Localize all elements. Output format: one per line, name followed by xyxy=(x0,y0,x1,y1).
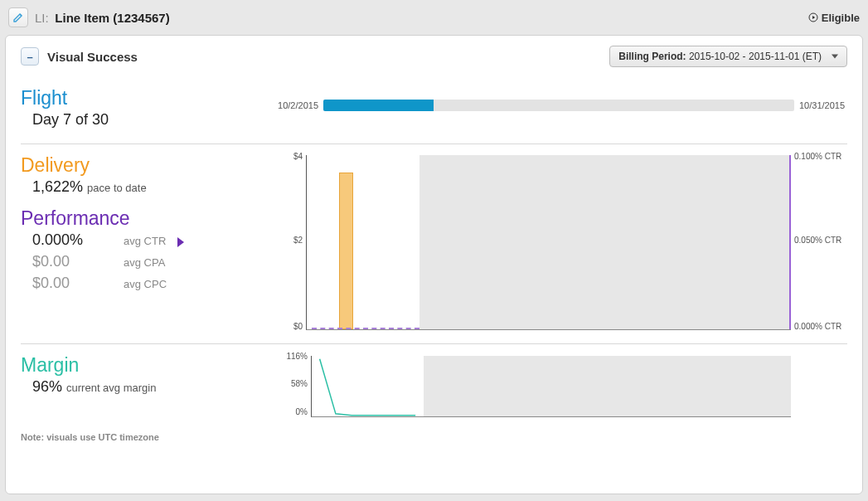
my-0: 0% xyxy=(278,407,308,416)
performance-value: $0.00 xyxy=(32,253,124,270)
performance-table: 0.000%avg CTR$0.00avg CPA$0.00avg CPC xyxy=(32,231,269,296)
minus-icon: – xyxy=(27,51,32,63)
delivery-title: Delivery xyxy=(21,154,269,177)
margin-value: 96% xyxy=(32,378,62,395)
flight-progress-bar xyxy=(323,100,794,111)
billing-value: 2015-10-02 - 2015-11-01 (ET) xyxy=(689,51,822,62)
margin-title: Margin xyxy=(21,354,269,377)
y-right-000: 0.000% CTR xyxy=(794,322,847,331)
y-right-050: 0.050% CTR xyxy=(794,236,847,245)
visual-success-panel: – Visual Success Billing Period: 2015-10… xyxy=(5,35,863,494)
margin-chart: 116% 58% 0% xyxy=(278,353,847,419)
margin-plot-area xyxy=(311,356,791,417)
delivery-desc: pace to date xyxy=(87,182,147,194)
performance-label: avg CPC xyxy=(124,278,167,290)
delivery-chart: $4 $2 $0 0.100% CTR 0.050% CTR 0.000% CT… xyxy=(278,153,847,335)
margin-line xyxy=(312,356,791,416)
eligible-label: Eligible xyxy=(822,12,860,24)
margin-desc: current avg margin xyxy=(66,382,156,394)
edit-button[interactable] xyxy=(8,7,28,27)
y-right-100: 0.100% CTR xyxy=(794,152,847,161)
margin-subline: 96% current avg margin xyxy=(32,378,269,396)
play-circle-icon xyxy=(808,12,818,22)
delivery-value: 1,622% xyxy=(32,178,83,195)
page-title: Line Item (1234567) xyxy=(55,11,169,25)
y-left-0: $0 xyxy=(278,322,303,331)
flight-row: Flight Day 7 of 30 10/2/2015 10/31/2015 xyxy=(21,82,847,143)
delivery-subline: 1,622% pace to date xyxy=(32,178,269,196)
panel-title: Visual Success xyxy=(47,50,138,64)
flight-progress-fill xyxy=(323,100,434,111)
eligibility-status: Eligible xyxy=(808,12,860,24)
performance-value: $0.00 xyxy=(32,275,124,292)
billing-period-dropdown[interactable]: Billing Period: 2015-10-02 - 2015-11-01 … xyxy=(609,46,847,67)
ctr-end-marker xyxy=(789,155,791,329)
performance-label: avg CPA xyxy=(124,256,165,269)
spend-bar xyxy=(339,173,354,329)
y-left-2: $2 xyxy=(278,236,303,245)
metric-rows: Flight Day 7 of 30 10/2/2015 10/31/2015 xyxy=(21,82,847,427)
future-mask xyxy=(419,155,791,329)
delivery-plot-area xyxy=(306,155,791,330)
flight-viz: 10/2/2015 10/31/2015 xyxy=(278,85,847,135)
my-58: 58% xyxy=(278,379,308,388)
y-left-4: $4 xyxy=(278,152,303,161)
pencil-icon xyxy=(12,12,24,23)
timezone-note: Note: visuals use UTC timezone xyxy=(21,432,847,442)
performance-row: 0.000%avg CTR xyxy=(32,231,269,253)
topbar: LI: Line Item (1234567) Eligible xyxy=(5,5,863,35)
delivery-perf-metrics: Delivery 1,622% pace to date Performance… xyxy=(21,153,278,335)
li-prefix: LI: xyxy=(35,11,49,25)
flight-subline: Day 7 of 30 xyxy=(32,111,269,129)
margin-metrics: Margin 96% current avg margin xyxy=(21,353,278,419)
app-root: LI: Line Item (1234567) Eligible – Visua… xyxy=(0,0,868,501)
collapse-button[interactable]: – xyxy=(21,47,39,66)
ctr-line xyxy=(312,328,419,329)
performance-label: avg CTR xyxy=(124,235,166,247)
performance-row: $0.00avg CPC xyxy=(32,275,269,296)
flight-metrics: Flight Day 7 of 30 xyxy=(21,85,278,135)
expand-performance-button[interactable] xyxy=(177,237,184,247)
billing-label: Billing Period: xyxy=(618,51,686,62)
margin-row: Margin 96% current avg margin 116% 58% 0… xyxy=(21,343,847,427)
delivery-performance-row: Delivery 1,622% pace to date Performance… xyxy=(21,143,847,343)
flight-end-label: 10/31/2015 xyxy=(794,100,847,110)
flight-title: Flight xyxy=(21,87,269,109)
flight-start-label: 10/2/2015 xyxy=(278,100,323,110)
panel-header: – Visual Success Billing Period: 2015-10… xyxy=(21,46,847,67)
my-116: 116% xyxy=(278,352,308,361)
performance-title: Performance xyxy=(21,207,269,230)
performance-row: $0.00avg CPA xyxy=(32,253,269,275)
performance-value: 0.000% xyxy=(32,231,124,249)
